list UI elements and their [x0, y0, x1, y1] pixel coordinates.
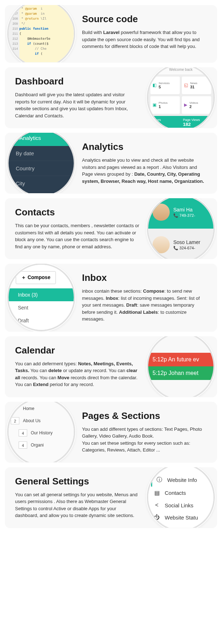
code-gutter: 205 206 207 208 209 210 211 212 213 214	[9, 5, 19, 62]
settings-nav-item[interactable]: ⏻Website Statu	[151, 511, 211, 523]
dashboard-preview: Welcome back ◧Services5 ◱News31 ▣Photos1…	[147, 67, 215, 128]
contacts-icon: ▤	[153, 489, 160, 496]
settings-nav-item[interactable]: ▤Contacts	[151, 487, 211, 499]
dashboard-stat: ◱News31	[182, 77, 211, 94]
contact-row[interactable]: Soso Lamer📞 324-674-	[148, 229, 213, 259]
feature-pages: Home 2About Us 4Our History 4Organi Page…	[5, 402, 217, 462]
services-icon: ◧	[153, 83, 156, 88]
pageviews-stat: Page Views182	[181, 116, 213, 128]
analytics-title: Analytics	[82, 141, 207, 152]
feature-source-code: 205 206 207 208 209 210 211 212 213 214 …	[5, 5, 217, 62]
power-icon: ⏻	[153, 514, 160, 521]
source-body: Build with Laravel powerful framework th…	[82, 29, 207, 50]
page-tree-item[interactable]: 4Our History	[19, 429, 72, 436]
photos-icon: ▣	[153, 102, 156, 107]
calendar-preview: 5:12p An future ev 5:12p Johan meet	[147, 336, 215, 397]
inbox-body: inbox contain these sections: Compose: t…	[82, 288, 207, 323]
analytics-nav-item[interactable]: By date	[9, 146, 74, 161]
info-icon: ⓘ	[156, 476, 163, 484]
analytics-nav-item[interactable]: ⫴ Analytics	[9, 133, 74, 146]
contacts-body: This can be your contacts, members , new…	[15, 222, 140, 250]
avatar	[153, 236, 170, 253]
page-tree-item[interactable]: 2About Us	[11, 417, 72, 424]
inbox-title: Inbox	[82, 272, 207, 283]
calendar-event[interactable]: 5:12p Johan meet	[148, 366, 213, 380]
feature-analytics: ⫴ Analytics By date Country City Analyti…	[5, 133, 217, 193]
compose-button[interactable]: ＋ Compose	[16, 271, 56, 284]
analytics-nav-item[interactable]: Country	[9, 161, 74, 176]
source-title: Source code	[82, 14, 207, 25]
analytics-nav-item[interactable]: City	[9, 176, 74, 191]
source-code-preview: 205 206 207 208 209 210 211 212 213 214 …	[7, 5, 75, 62]
calendar-event[interactable]: 5:12p An future ev	[148, 353, 213, 366]
feature-contacts: Contacts This can be your contacts, memb…	[5, 198, 217, 259]
feature-calendar: Calendar You can add deferment types: No…	[5, 336, 217, 397]
pages-title: Pages & Sections	[82, 410, 207, 421]
feature-dashboard: Dashboard Dashboard will give you the la…	[5, 67, 217, 128]
visitors-stat: Visitors96	[148, 116, 181, 128]
phone-icon: 📞	[173, 246, 179, 250]
share-icon: <	[153, 502, 160, 508]
dashboard-title: Dashboard	[15, 76, 140, 87]
avatar	[153, 204, 170, 221]
feature-inbox: ＋ Compose Inbox (3) Sent Draft Inbox inb…	[5, 264, 217, 331]
contact-row[interactable]: Sami Ha📞 749-372-	[148, 198, 213, 229]
page-tree-item[interactable]: 4Organi	[19, 441, 72, 449]
inbox-preview: ＋ Compose Inbox (3) Sent Draft	[7, 264, 75, 331]
pages-preview: Home 2About Us 4Our History 4Organi	[7, 402, 75, 462]
dashboard-welcome: Welcome back	[148, 67, 213, 74]
settings-nav-item[interactable]: ⓘWebsite Info	[151, 473, 211, 487]
dashboard-stat: ◧Services5	[150, 77, 180, 94]
phone-icon: 📞	[173, 213, 179, 218]
contacts-preview: Sami Ha📞 749-372- Soso Lamer📞 324-674-	[147, 198, 215, 259]
calendar-body: You can add deferment types: Notes, Meet…	[15, 360, 140, 388]
pages-body: You can add different types of sections:…	[82, 426, 207, 454]
draft-folder[interactable]: Draft	[9, 314, 74, 327]
settings-body: You can set all general settings for you…	[15, 491, 140, 519]
settings-title: General Settings	[15, 476, 140, 487]
code-body: * Sh… * @param i * @param in * @return \…	[19, 5, 74, 62]
dashboard-stat: ▶Videos2	[182, 96, 211, 114]
feature-settings: General Settings You can set all general…	[5, 467, 217, 528]
page-tree-item[interactable]: Home	[11, 405, 72, 412]
news-icon: ◱	[184, 83, 188, 88]
contacts-title: Contacts	[15, 207, 140, 218]
analytics-body: Analytics enable you to view and check a…	[82, 157, 207, 185]
videos-icon: ▶	[184, 102, 187, 107]
sent-folder[interactable]: Sent	[9, 301, 74, 314]
analytics-icon: ⫴	[16, 135, 19, 141]
settings-preview: ⓘWebsite Info ▤Contacts <Social Links ⏻W…	[147, 467, 215, 528]
dashboard-stat: ▣Photos1	[150, 96, 180, 114]
settings-nav-item[interactable]: <Social Links	[151, 499, 211, 511]
inbox-folder[interactable]: Inbox (3)	[9, 288, 74, 301]
dashboard-body: Dashboard will give you the latest updat…	[15, 91, 140, 119]
analytics-preview: ⫴ Analytics By date Country City	[7, 133, 75, 193]
calendar-title: Calendar	[15, 345, 140, 356]
